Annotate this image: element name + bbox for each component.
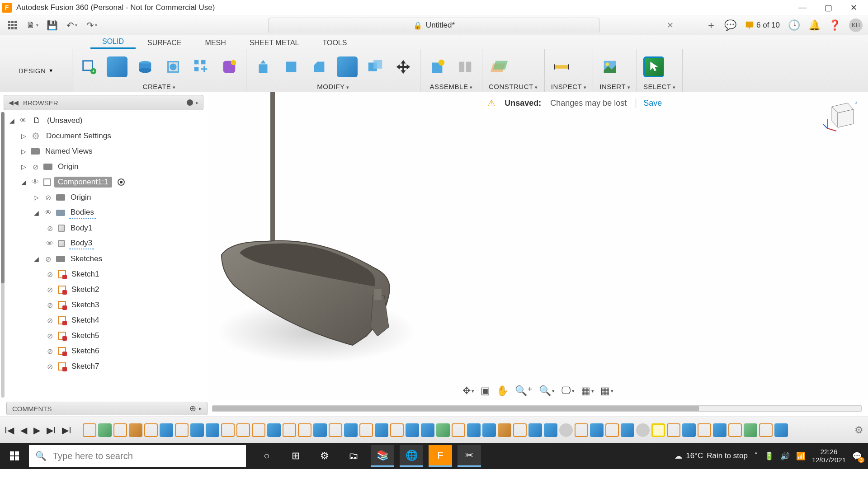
timeline-op[interactable] [144,423,158,437]
tree-sketch1[interactable]: ⊘Sketch1 [8,267,206,282]
tab-solid[interactable]: SOLID [90,36,136,49]
tree-origin[interactable]: ▷⊘Origin [8,159,206,174]
add-comment-icon[interactable]: ⊕ [189,404,196,413]
tree-component[interactable]: ◢👁Component1:1 [8,174,206,190]
timeline-op[interactable] [160,423,173,437]
wifi-icon[interactable]: 📶 [796,451,806,461]
orbit-button[interactable]: ✥▾ [462,385,474,397]
timeline-op[interactable] [344,423,358,437]
timeline-play-button[interactable]: ▶ [33,425,40,436]
group-inspect-label[interactable]: INSPECT [551,82,587,91]
timeline-op[interactable] [313,423,327,437]
timeline-op-current[interactable] [651,423,665,437]
tray-chevron-icon[interactable]: ˄ [754,451,758,461]
timeline-prev-button[interactable]: ◀ [20,425,27,436]
clock[interactable]: 22:26 12/07/2021 [812,448,846,464]
timeline-op[interactable] [482,423,496,437]
workspace-switcher[interactable]: DESIGN▼ [0,49,72,92]
volume-icon[interactable]: 🔊 [780,451,790,461]
timeline-op[interactable] [774,423,788,437]
group-construct-label[interactable]: CONSTRUCT [489,82,538,91]
tree-body3[interactable]: 👁Body3 [8,236,206,251]
save-button[interactable]: 💾 [45,19,59,32]
timeline-op[interactable] [283,423,296,437]
grid-settings-button[interactable]: ▦▾ [581,385,594,397]
measure-button[interactable] [551,56,572,77]
timeline-op[interactable] [329,423,342,437]
browser-header[interactable]: ◀◀ BROWSER ▸ [4,95,203,110]
insert-button[interactable] [599,56,620,77]
tree-sketch7[interactable]: ⊘Sketch7 [8,359,206,374]
timeline-next-button[interactable]: ▶I [47,425,56,436]
document-tab[interactable]: 🔒 Untitled* [268,18,600,33]
timeline-op[interactable] [605,423,619,437]
timeline-op[interactable] [113,423,127,437]
timeline-op[interactable] [252,423,265,437]
activate-radio[interactable] [118,178,125,186]
construct-plane-button[interactable] [489,56,509,77]
timeline-op[interactable] [190,423,204,437]
timeline-op[interactable] [544,423,557,437]
timeline-op[interactable] [667,423,680,437]
timeline-op[interactable] [759,423,773,437]
timeline-op[interactable] [98,423,112,437]
tree-doc-settings[interactable]: ▷⚙Document Settings [8,128,206,144]
timeline-op[interactable] [206,423,219,437]
joint-button[interactable] [455,56,476,77]
look-at-button[interactable]: ▣ [481,385,490,397]
timeline-op[interactable] [406,423,419,437]
action-center-icon[interactable]: 💬3 [852,451,862,461]
timeline-op[interactable] [359,423,373,437]
new-tab-button[interactable]: ＋ [706,19,716,32]
tree-bodies[interactable]: ◢👁Bodies [8,205,206,221]
timeline-op[interactable] [682,423,696,437]
tree-sketch6[interactable]: ⊘Sketch6 [8,343,206,359]
timeline-op[interactable] [575,423,588,437]
timeline-op[interactable] [513,423,527,437]
timeline-end-button[interactable]: ▶I [62,425,71,436]
weather-widget[interactable]: ☁ 16°C Rain to stop [675,451,748,461]
timeline-op[interactable] [467,423,481,437]
create-sketch-button[interactable]: + [79,56,99,77]
timeline-op[interactable] [498,423,511,437]
battery-icon[interactable]: 🔋 [764,451,774,461]
timeline-op[interactable] [267,423,281,437]
tree-body1[interactable]: ⊘Body1 [8,221,206,236]
timeline-op[interactable] [452,423,465,437]
viewport-layout-button[interactable]: ▦▾ [600,385,613,397]
file-explorer-app[interactable]: 🗂 [342,445,365,467]
tree-sketches[interactable]: ◢⊘Sketches [8,251,206,267]
timeline-op[interactable] [744,423,757,437]
timeline-start-button[interactable]: I◀ [5,425,14,436]
view-cube[interactable]: z [823,98,859,134]
tree-named-views[interactable]: ▷Named Views [8,144,206,159]
help-icon[interactable]: ❓ [829,19,841,31]
group-select-label[interactable]: SELECT [643,82,675,91]
extensions-button[interactable]: 💬 [724,19,736,31]
timeline-op[interactable] [221,423,235,437]
tree-sketch3[interactable]: ⊘Sketch3 [8,297,206,313]
chrome-app[interactable]: 🌐 [400,445,423,467]
tab-surface[interactable]: SURFACE [136,37,193,49]
zoom-button[interactable]: 🔍⁺ [515,385,533,397]
redo-button[interactable]: ↷ [85,19,99,32]
fit-button[interactable]: 🔍▾ [539,385,555,397]
timeline-op[interactable] [559,423,573,437]
taskbar-search[interactable]: 🔍 [29,445,246,467]
timeline-op[interactable] [129,423,142,437]
close-button[interactable]: ✕ [850,3,857,13]
tree-sketch4[interactable]: ⊘Sketch4 [8,313,206,328]
maximize-button[interactable]: ▢ [825,3,832,13]
timeline-op[interactable] [375,423,388,437]
timeline-op[interactable] [236,423,250,437]
timeline-op[interactable] [713,423,726,437]
comments-panel-header[interactable]: COMMENTS ⊕ ▸ [6,402,208,415]
search-input[interactable] [53,451,240,461]
browser-options-icon[interactable] [187,99,193,106]
tree-root[interactable]: ◢👁🗋(Unsaved) [8,113,206,128]
warning-save-link[interactable]: Save [636,99,662,108]
canvas-h-scrollbar[interactable] [212,405,862,412]
select-button[interactable] [643,56,664,77]
group-insert-label[interactable]: INSERT [599,82,630,91]
create-sphere-button[interactable] [163,56,184,77]
